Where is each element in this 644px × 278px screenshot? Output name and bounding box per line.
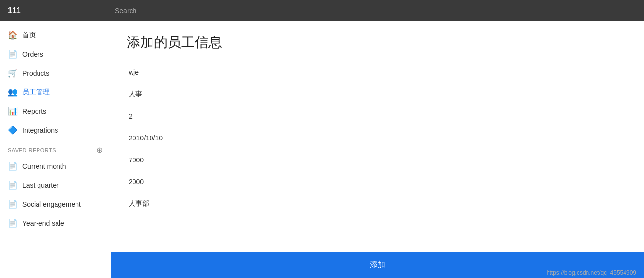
sidebar-item-products[interactable]: 🛒 Products xyxy=(0,63,111,82)
people-icon: 👥 xyxy=(8,87,18,97)
field-5-input[interactable] xyxy=(127,151,628,169)
cart-icon: 🛒 xyxy=(8,68,18,78)
sidebar-item-reports[interactable]: 📊 Reports xyxy=(0,101,111,120)
field-7-input[interactable] xyxy=(127,195,628,213)
footer-link: https://blog.csdn.net/qq_45554909 xyxy=(547,269,636,276)
page-title: 添加的员工信息 xyxy=(127,33,628,52)
sidebar-item-last-quarter[interactable]: 📄 Last quarter xyxy=(0,176,111,195)
sidebar-item-label: Reports xyxy=(22,107,46,115)
sidebar-item-label: Products xyxy=(22,69,49,77)
sidebar-item-social-engagement[interactable]: 📄 Social engagement xyxy=(0,195,111,214)
layers-icon: 🔷 xyxy=(8,125,18,135)
doc-icon: 📄 xyxy=(8,218,18,228)
sidebar-item-label: Orders xyxy=(22,50,43,58)
doc-icon: 📄 xyxy=(8,180,18,190)
sidebar-item-label: Integrations xyxy=(22,126,58,134)
field-6-input[interactable] xyxy=(127,173,628,191)
orders-icon: 📄 xyxy=(8,49,18,59)
field-4-input[interactable] xyxy=(127,129,628,147)
sidebar-item-label: Last quarter xyxy=(22,181,59,189)
brand-title: 111 xyxy=(8,6,105,15)
search-input[interactable] xyxy=(115,7,636,15)
doc-icon: 📄 xyxy=(8,199,18,209)
field-2-input[interactable] xyxy=(127,85,628,103)
sidebar-item-employee[interactable]: 👥 员工管理 xyxy=(0,82,111,101)
main-content: 添加的员工信息 xyxy=(111,21,644,278)
field-1-input[interactable] xyxy=(127,63,628,81)
sidebar-item-label: 首页 xyxy=(22,31,36,40)
layout: 🏠 首页 📄 Orders 🛒 Products 👥 员工管理 📊 Report… xyxy=(0,21,644,278)
sidebar-item-label: Current month xyxy=(22,162,66,170)
topbar: 111 xyxy=(0,0,644,21)
sidebar-item-current-month[interactable]: 📄 Current month xyxy=(0,157,111,176)
saved-reports-section: SAVED REPORTS ⊕ xyxy=(0,139,111,157)
field-3-input[interactable] xyxy=(127,107,628,125)
sidebar-item-label: Year-end sale xyxy=(22,219,64,227)
sidebar-item-integrations[interactable]: 🔷 Integrations xyxy=(0,120,111,139)
add-report-icon[interactable]: ⊕ xyxy=(96,145,103,155)
chart-icon: 📊 xyxy=(8,106,18,116)
sidebar-item-label: Social engagement xyxy=(22,200,81,208)
saved-reports-label: SAVED REPORTS xyxy=(8,147,56,153)
sidebar-item-label: 员工管理 xyxy=(22,88,50,97)
sidebar-item-orders[interactable]: 📄 Orders xyxy=(0,44,111,63)
home-icon: 🏠 xyxy=(8,30,18,40)
sidebar: 🏠 首页 📄 Orders 🛒 Products 👥 员工管理 📊 Report… xyxy=(0,21,111,278)
sidebar-item-home[interactable]: 🏠 首页 xyxy=(0,25,111,44)
sidebar-item-year-end-sale[interactable]: 📄 Year-end sale xyxy=(0,214,111,233)
doc-icon: 📄 xyxy=(8,161,18,171)
